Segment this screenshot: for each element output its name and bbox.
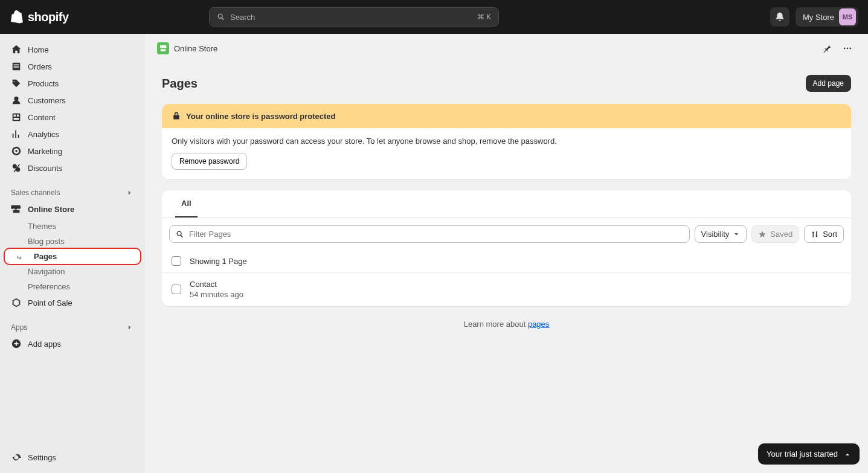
plus-circle-icon — [11, 338, 22, 349]
nav-navigation[interactable]: Navigation — [5, 264, 140, 279]
row-checkbox[interactable] — [172, 285, 181, 294]
nav-pos[interactable]: Point of Sale — [5, 294, 140, 311]
sales-channels-header[interactable]: Sales channels — [5, 185, 140, 201]
apps-header[interactable]: Apps — [5, 320, 140, 335]
return-arrow-icon — [16, 253, 24, 261]
breadcrumb-label: Online Store — [174, 44, 217, 53]
row-title: Contact — [190, 280, 243, 289]
gear-icon — [11, 452, 22, 463]
home-icon — [11, 44, 22, 55]
nav-analytics[interactable]: Analytics — [5, 126, 140, 143]
search-input[interactable]: Search ⌘ K — [209, 7, 499, 27]
select-all-checkbox[interactable] — [172, 256, 181, 266]
brand-text: shopify — [28, 10, 69, 24]
pin-button[interactable] — [818, 40, 835, 57]
visibility-filter-button[interactable]: Visibility — [695, 225, 747, 243]
nav-discounts[interactable]: Discounts — [5, 159, 140, 176]
password-banner: Your online store is password protected … — [162, 104, 851, 179]
brand-logo[interactable]: shopify — [10, 10, 69, 24]
chevron-down-icon — [733, 231, 740, 238]
search-icon — [176, 230, 184, 239]
main: Online Store Pages Add page Your online … — [145, 34, 868, 473]
nav-pages[interactable]: Pages — [5, 249, 140, 264]
svg-point-1 — [847, 48, 849, 50]
store-icon — [11, 204, 22, 214]
nav-settings[interactable]: Settings — [5, 449, 140, 466]
pin-icon — [822, 43, 832, 53]
search-kbd: ⌘ K — [477, 13, 491, 21]
chevron-right-icon — [126, 323, 134, 332]
customers-icon — [11, 95, 22, 106]
nav-marketing[interactable]: Marketing — [5, 143, 140, 159]
nav-preferences[interactable]: Preferences — [5, 279, 140, 294]
breadcrumb: Online Store — [145, 34, 868, 63]
sort-button[interactable]: Sort — [804, 225, 844, 243]
list-header: Showing 1 Page — [162, 250, 851, 272]
learn-more-link[interactable]: pages — [528, 320, 549, 329]
discounts-icon — [11, 162, 22, 173]
page-row[interactable]: Contact 54 minutes ago — [162, 272, 851, 306]
shopify-bag-icon — [10, 10, 24, 24]
analytics-icon — [11, 129, 22, 140]
sidebar: Home Orders Products Customers Content A… — [0, 34, 145, 473]
banner-body-text: Only visitors with your password can acc… — [172, 137, 841, 146]
lock-icon — [172, 111, 181, 121]
tab-all[interactable]: All — [175, 190, 198, 217]
svg-point-2 — [850, 48, 852, 50]
notifications-button[interactable] — [770, 7, 789, 27]
nav-blog-posts[interactable]: Blog posts — [5, 234, 140, 249]
channel-icon — [157, 42, 169, 54]
marketing-icon — [11, 146, 22, 156]
nav-themes[interactable]: Themes — [5, 219, 140, 234]
nav-customers[interactable]: Customers — [5, 92, 140, 109]
store-menu-button[interactable]: My Store MS — [796, 7, 858, 27]
sort-icon — [811, 230, 819, 239]
saved-filter-button: Saved — [751, 225, 799, 243]
orders-icon — [11, 61, 22, 72]
learn-more: Learn more about pages — [162, 306, 851, 342]
nav-add-apps[interactable]: Add apps — [5, 335, 140, 352]
page-title: Pages — [162, 77, 198, 91]
content-icon — [11, 112, 22, 123]
search-icon — [217, 13, 225, 21]
add-page-button[interactable]: Add page — [806, 75, 851, 92]
filter-input-wrap[interactable] — [169, 225, 690, 243]
nav-content[interactable]: Content — [5, 109, 140, 126]
chevron-up-icon — [844, 451, 851, 458]
list-count: Showing 1 Page — [190, 257, 247, 266]
row-subtitle: 54 minutes ago — [190, 290, 243, 299]
pages-card: All Visibility Saved — [162, 190, 851, 306]
pos-icon — [11, 297, 22, 308]
svg-point-0 — [844, 48, 846, 50]
trial-banner[interactable]: Your trial just started — [758, 443, 860, 465]
topbar: shopify Search ⌘ K My Store MS — [0, 0, 868, 34]
star-icon — [758, 230, 767, 239]
remove-password-button[interactable]: Remove password — [172, 153, 247, 170]
products-icon — [11, 78, 22, 89]
nav-home[interactable]: Home — [5, 41, 140, 58]
banner-title: Your online store is password protected — [186, 112, 336, 121]
store-name: My Store — [803, 13, 834, 22]
more-button[interactable] — [839, 40, 856, 57]
nav-online-store[interactable]: Online Store — [5, 201, 140, 217]
filter-input[interactable] — [189, 230, 683, 239]
chevron-right-icon — [126, 188, 134, 197]
search-placeholder: Search — [230, 13, 255, 22]
avatar: MS — [839, 8, 856, 25]
bell-icon — [774, 11, 785, 22]
more-icon — [843, 43, 852, 53]
nav-orders[interactable]: Orders — [5, 58, 140, 75]
nav-products[interactable]: Products — [5, 75, 140, 92]
